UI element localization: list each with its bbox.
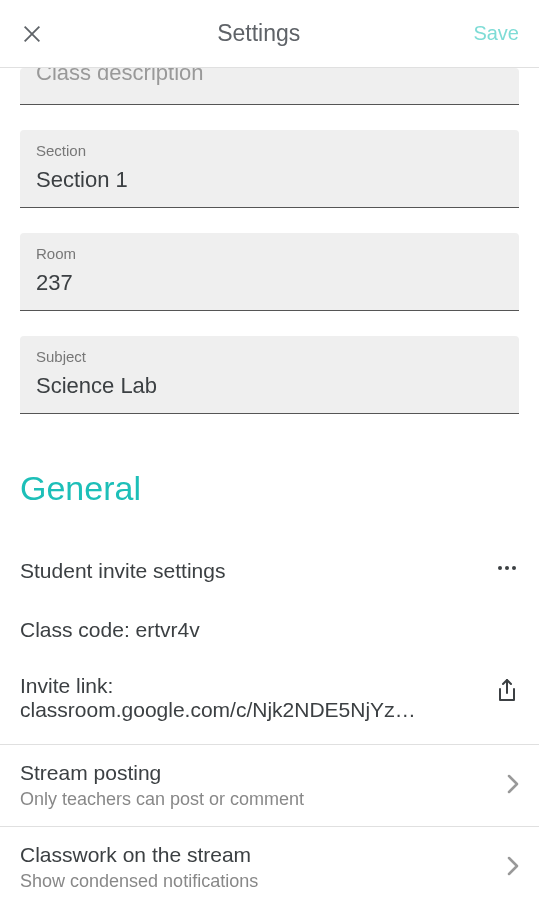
row-label: Student invite settings	[20, 559, 225, 583]
section-field[interactable]: Section Section 1	[20, 130, 519, 208]
field-label: Subject	[36, 348, 503, 365]
general-heading: General	[20, 469, 519, 508]
chevron-right-icon	[507, 856, 519, 880]
subject-field[interactable]: Subject Science Lab	[20, 336, 519, 414]
field-value: Section 1	[36, 167, 503, 193]
class-code-label: Class code:	[20, 618, 136, 641]
content-area: Class description Section Section 1 Room…	[0, 68, 539, 908]
classwork-on-stream-row[interactable]: Classwork on the stream Show condensed n…	[0, 826, 539, 908]
field-value: Science Lab	[36, 373, 503, 399]
stream-posting-row[interactable]: Stream posting Only teachers can post or…	[0, 744, 539, 826]
row-text: Classwork on the stream Show condensed n…	[20, 843, 507, 892]
invite-link-text: Invite link: classroom.google.com/c/Njk2…	[20, 674, 495, 722]
field-label: Room	[36, 245, 503, 262]
close-button[interactable]	[20, 22, 44, 46]
invite-link-row: Invite link: classroom.google.com/c/Njk2…	[20, 656, 519, 744]
page-title: Settings	[217, 20, 300, 47]
room-field[interactable]: Room 237	[20, 233, 519, 311]
row-title: Stream posting	[20, 761, 507, 785]
invite-link-label: Invite link:	[20, 674, 485, 698]
save-button[interactable]: Save	[473, 22, 519, 45]
svg-point-2	[498, 566, 502, 570]
row-subtitle: Show condensed notifications	[20, 871, 507, 892]
class-code-value: ertvr4v	[136, 618, 200, 641]
class-code-row: Class code: ertvr4v	[20, 604, 519, 656]
field-value: 237	[36, 270, 503, 296]
student-invite-settings-row: Student invite settings	[20, 538, 519, 604]
more-options-button[interactable]	[495, 556, 519, 586]
field-label: Section	[36, 142, 503, 159]
row-subtitle: Only teachers can post or comment	[20, 789, 507, 810]
svg-point-3	[505, 566, 509, 570]
row-title: Classwork on the stream	[20, 843, 507, 867]
row-text: Stream posting Only teachers can post or…	[20, 761, 507, 810]
field-value: Class description	[36, 68, 204, 86]
invite-link-value: classroom.google.com/c/Njk2NDE5NjYz…	[20, 698, 485, 722]
header: Settings Save	[0, 0, 539, 68]
close-icon	[21, 23, 43, 45]
chevron-right-icon	[507, 774, 519, 798]
svg-point-4	[512, 566, 516, 570]
share-button[interactable]	[495, 678, 519, 708]
more-horizontal-icon	[495, 556, 519, 580]
share-icon	[495, 678, 519, 704]
class-description-field[interactable]: Class description	[20, 68, 519, 105]
